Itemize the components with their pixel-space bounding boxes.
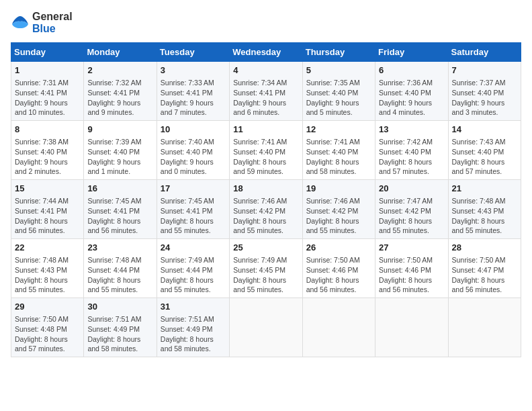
day-number: 11 [233,124,298,136]
day-detail: Sunrise: 7:37 AMSunset: 4:40 PMDaylight:… [452,78,517,118]
day-number: 31 [161,301,226,313]
day-number: 14 [452,124,517,136]
day-number: 25 [233,242,298,254]
calendar-day-30: 30Sunrise: 7:51 AMSunset: 4:49 PMDayligh… [84,298,157,357]
day-detail: Sunrise: 7:31 AMSunset: 4:41 PMDaylight:… [15,78,80,118]
day-detail: Sunrise: 7:45 AMSunset: 4:41 PMDaylight:… [161,196,226,236]
empty-cell [230,298,302,357]
day-header-sunday: Sunday [11,43,84,62]
empty-cell [375,298,448,357]
day-number: 26 [306,242,371,254]
calendar-week-1: 1Sunrise: 7:31 AMSunset: 4:41 PMDaylight… [11,62,521,121]
day-detail: Sunrise: 7:32 AMSunset: 4:41 PMDaylight:… [87,78,152,118]
calendar-day-15: 15Sunrise: 7:44 AMSunset: 4:41 PMDayligh… [11,180,84,239]
day-number: 3 [161,64,226,77]
logo-text: General Blue [32,11,73,34]
calendar-day-24: 24Sunrise: 7:49 AMSunset: 4:44 PMDayligh… [157,239,229,298]
calendar-day-23: 23Sunrise: 7:48 AMSunset: 4:44 PMDayligh… [84,239,157,298]
calendar-day-26: 26Sunrise: 7:50 AMSunset: 4:46 PMDayligh… [302,239,375,298]
calendar-day-22: 22Sunrise: 7:48 AMSunset: 4:43 PMDayligh… [11,239,84,298]
day-detail: Sunrise: 7:36 AMSunset: 4:40 PMDaylight:… [379,78,444,118]
day-number: 4 [233,64,298,77]
day-detail: Sunrise: 7:41 AMSunset: 4:40 PMDaylight:… [306,137,371,177]
calendar-day-5: 5Sunrise: 7:35 AMSunset: 4:40 PMDaylight… [302,62,375,121]
calendar-day-14: 14Sunrise: 7:43 AMSunset: 4:40 PMDayligh… [448,121,521,180]
day-detail: Sunrise: 7:50 AMSunset: 4:47 PMDaylight:… [452,255,517,295]
calendar-week-4: 22Sunrise: 7:48 AMSunset: 4:43 PMDayligh… [11,239,521,298]
calendar-day-9: 9Sunrise: 7:39 AMSunset: 4:40 PMDaylight… [84,121,157,180]
day-header-saturday: Saturday [448,43,521,62]
day-number: 30 [87,301,152,313]
day-number: 5 [306,64,371,77]
day-detail: Sunrise: 7:48 AMSunset: 4:44 PMDaylight:… [87,255,152,295]
day-detail: Sunrise: 7:45 AMSunset: 4:41 PMDaylight:… [87,196,152,236]
day-detail: Sunrise: 7:44 AMSunset: 4:41 PMDaylight:… [15,196,80,236]
day-header-monday: Monday [84,43,157,62]
calendar-day-13: 13Sunrise: 7:42 AMSunset: 4:40 PMDayligh… [375,121,448,180]
calendar-day-20: 20Sunrise: 7:47 AMSunset: 4:42 PMDayligh… [375,180,448,239]
calendar-day-18: 18Sunrise: 7:46 AMSunset: 4:42 PMDayligh… [230,180,302,239]
day-header-tuesday: Tuesday [157,43,229,62]
day-number: 13 [379,124,444,136]
day-detail: Sunrise: 7:38 AMSunset: 4:40 PMDaylight:… [15,137,80,177]
day-number: 10 [161,124,226,136]
calendar-week-2: 8Sunrise: 7:38 AMSunset: 4:40 PMDaylight… [11,121,521,180]
calendar-header-row: SundayMondayTuesdayWednesdayThursdayFrid… [11,43,521,62]
logo: General Blue [11,11,73,34]
day-number: 17 [161,183,226,195]
day-number: 6 [379,64,444,77]
day-detail: Sunrise: 7:40 AMSunset: 4:40 PMDaylight:… [161,137,226,177]
day-detail: Sunrise: 7:49 AMSunset: 4:44 PMDaylight:… [161,255,226,295]
day-header-friday: Friday [375,43,448,62]
day-header-thursday: Thursday [302,43,375,62]
day-number: 18 [233,183,298,195]
calendar-day-21: 21Sunrise: 7:48 AMSunset: 4:43 PMDayligh… [448,180,521,239]
day-detail: Sunrise: 7:49 AMSunset: 4:45 PMDaylight:… [233,255,298,295]
calendar-day-28: 28Sunrise: 7:50 AMSunset: 4:47 PMDayligh… [448,239,521,298]
day-number: 15 [15,183,80,195]
calendar-day-8: 8Sunrise: 7:38 AMSunset: 4:40 PMDaylight… [11,121,84,180]
day-header-wednesday: Wednesday [230,43,302,62]
day-number: 27 [379,242,444,254]
calendar-day-2: 2Sunrise: 7:32 AMSunset: 4:41 PMDaylight… [84,62,157,121]
calendar-week-3: 15Sunrise: 7:44 AMSunset: 4:41 PMDayligh… [11,180,521,239]
day-detail: Sunrise: 7:46 AMSunset: 4:42 PMDaylight:… [233,196,298,236]
calendar-day-31: 31Sunrise: 7:51 AMSunset: 4:49 PMDayligh… [157,298,229,357]
calendar-day-19: 19Sunrise: 7:46 AMSunset: 4:42 PMDayligh… [302,180,375,239]
day-detail: Sunrise: 7:41 AMSunset: 4:40 PMDaylight:… [233,137,298,177]
day-number: 2 [87,64,152,77]
page-header: General Blue [11,11,521,34]
day-number: 22 [15,242,80,254]
calendar-day-25: 25Sunrise: 7:49 AMSunset: 4:45 PMDayligh… [230,239,302,298]
calendar-day-12: 12Sunrise: 7:41 AMSunset: 4:40 PMDayligh… [302,121,375,180]
calendar-day-16: 16Sunrise: 7:45 AMSunset: 4:41 PMDayligh… [84,180,157,239]
day-detail: Sunrise: 7:50 AMSunset: 4:48 PMDaylight:… [15,314,80,354]
day-detail: Sunrise: 7:42 AMSunset: 4:40 PMDaylight:… [379,137,444,177]
calendar-day-7: 7Sunrise: 7:37 AMSunset: 4:40 PMDaylight… [448,62,521,121]
day-number: 1 [15,64,80,77]
day-number: 7 [452,64,517,77]
logo-bird-icon [11,15,30,31]
calendar-table: SundayMondayTuesdayWednesdayThursdayFrid… [11,42,521,357]
calendar-day-11: 11Sunrise: 7:41 AMSunset: 4:40 PMDayligh… [230,121,302,180]
day-number: 21 [452,183,517,195]
day-number: 12 [306,124,371,136]
calendar-day-27: 27Sunrise: 7:50 AMSunset: 4:46 PMDayligh… [375,239,448,298]
day-detail: Sunrise: 7:48 AMSunset: 4:43 PMDaylight:… [452,196,517,236]
day-detail: Sunrise: 7:48 AMSunset: 4:43 PMDaylight:… [15,255,80,295]
day-number: 19 [306,183,371,195]
day-detail: Sunrise: 7:51 AMSunset: 4:49 PMDaylight:… [161,314,226,354]
empty-cell [448,298,521,357]
day-detail: Sunrise: 7:43 AMSunset: 4:40 PMDaylight:… [452,137,517,177]
day-number: 24 [161,242,226,254]
day-number: 29 [15,301,80,313]
day-number: 28 [452,242,517,254]
day-detail: Sunrise: 7:47 AMSunset: 4:42 PMDaylight:… [379,196,444,236]
calendar-week-5: 29Sunrise: 7:50 AMSunset: 4:48 PMDayligh… [11,298,521,357]
day-number: 23 [87,242,152,254]
day-number: 9 [87,124,152,136]
calendar-day-29: 29Sunrise: 7:50 AMSunset: 4:48 PMDayligh… [11,298,84,357]
day-detail: Sunrise: 7:39 AMSunset: 4:40 PMDaylight:… [87,137,152,177]
day-detail: Sunrise: 7:35 AMSunset: 4:40 PMDaylight:… [306,78,371,118]
calendar-day-10: 10Sunrise: 7:40 AMSunset: 4:40 PMDayligh… [157,121,229,180]
